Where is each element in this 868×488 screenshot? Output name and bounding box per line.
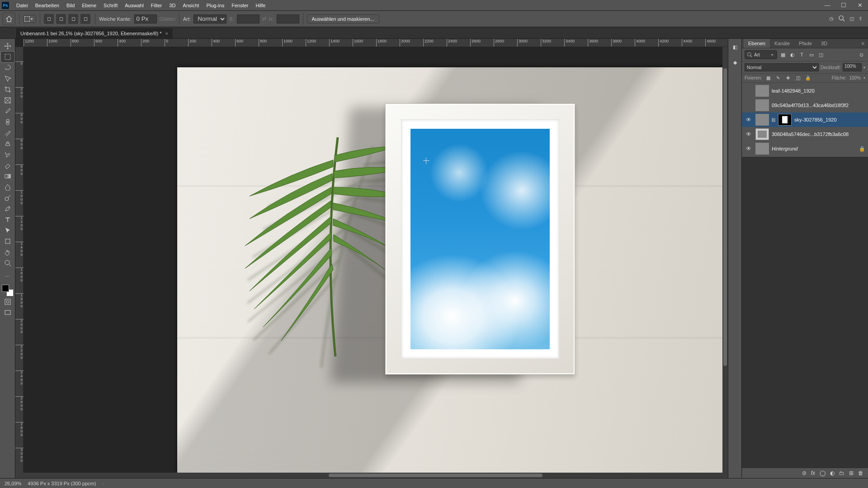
dodge-tool[interactable]	[1, 192, 14, 203]
menu-bearbeiten[interactable]: Bearbeiten	[32, 0, 63, 11]
menu-ebene[interactable]: Ebene	[78, 0, 100, 11]
horizontal-ruler[interactable]: 1200100080060040020002004006008001000120…	[24, 39, 728, 47]
delete-layer-icon[interactable]: 🗑	[858, 470, 863, 476]
close-button[interactable]: ✕	[854, 0, 866, 11]
quick-selection-tool[interactable]	[1, 73, 14, 84]
crop-tool[interactable]	[1, 84, 14, 95]
blur-tool[interactable]	[1, 182, 14, 192]
workspace-switcher-icon[interactable]: ◫	[849, 16, 854, 22]
move-tool[interactable]	[1, 41, 14, 52]
menu-filter[interactable]: Filter	[147, 0, 165, 11]
style-select[interactable]: Normal	[193, 14, 226, 23]
color-panel-icon[interactable]: ◧	[731, 42, 740, 52]
clone-stamp-tool[interactable]	[1, 138, 14, 149]
visibility-toggle[interactable]: 👁	[745, 117, 753, 123]
document-tab[interactable]: Unbenannt-1 bei 26,1% (sky-3027856_1920,…	[15, 28, 173, 38]
selection-subtract-button[interactable]: ◻	[68, 14, 78, 24]
filter-shape-icon[interactable]: ▭	[807, 51, 815, 59]
filter-smart-icon[interactable]: ◫	[817, 51, 825, 59]
shape-tool[interactable]	[1, 236, 14, 247]
type-tool[interactable]	[1, 214, 14, 225]
eyedropper-tool[interactable]	[1, 106, 14, 117]
menu-fenster[interactable]: Fenster	[228, 0, 252, 11]
eraser-tool[interactable]	[1, 160, 14, 171]
filter-pixel-icon[interactable]: ▦	[779, 51, 787, 59]
tool-preset-picker[interactable]: ▾	[23, 15, 36, 23]
layer-filter-input[interactable]	[754, 52, 769, 57]
visibility-toggle[interactable]: 👁	[745, 145, 753, 152]
brush-tool[interactable]	[1, 127, 14, 138]
spot-heal-tool[interactable]	[1, 117, 14, 127]
filter-adjustment-icon[interactable]: ◐	[788, 51, 796, 59]
layer-mask-thumbnail[interactable]	[778, 114, 792, 126]
layer-row[interactable]: 👁Hintergrund🔒	[742, 141, 868, 156]
layer-thumbnail[interactable]	[755, 85, 769, 97]
canvas-vertical-scrollbar[interactable]	[722, 47, 728, 473]
selection-intersect-button[interactable]: ◻	[80, 14, 90, 24]
zoom-tool[interactable]	[1, 258, 14, 268]
select-and-mask-button[interactable]: Auswählen und maskieren...	[307, 14, 379, 23]
lasso-tool[interactable]	[1, 62, 14, 73]
filter-type-icon[interactable]: T	[798, 51, 806, 59]
feather-input[interactable]	[134, 14, 157, 23]
selection-add-button[interactable]: ◻	[56, 14, 66, 24]
tab-channels[interactable]: Kanäle	[770, 39, 794, 48]
edit-toolbar-icon[interactable]: ⋯	[1, 271, 14, 282]
filter-toggle-icon[interactable]: ⊙	[858, 51, 865, 59]
lock-transparent-icon[interactable]: ▩	[764, 75, 772, 80]
menu-3d[interactable]: 3D	[165, 0, 179, 11]
color-swatches[interactable]	[2, 285, 14, 296]
selection-new-button[interactable]: ◻	[44, 14, 54, 24]
cloud-docs-icon[interactable]: ◷	[829, 16, 834, 22]
layer-name[interactable]: leaf-1482948_1920	[772, 88, 815, 94]
layer-name[interactable]: sky-3027856_1920	[794, 117, 837, 122]
layer-fx-icon[interactable]: fx	[811, 470, 815, 476]
frame-tool[interactable]	[1, 95, 14, 106]
search-icon[interactable]	[838, 15, 845, 23]
canvas-horizontal-scrollbar[interactable]	[15, 473, 728, 478]
screen-mode-icon[interactable]	[1, 307, 14, 318]
visibility-toggle[interactable]: 👁	[745, 131, 753, 137]
layer-name[interactable]: 306048a5746dec...b3172fb3a6c08	[772, 131, 849, 137]
layer-row[interactable]: 👁306048a5746dec...b3172fb3a6c08	[742, 127, 868, 141]
layer-row[interactable]: leaf-1482948_1920	[742, 84, 868, 98]
menu-plug-ins[interactable]: Plug-ins	[203, 0, 228, 11]
vertical-ruler[interactable]: 0200400600800100012001400160018002000220…	[15, 47, 24, 478]
new-layer-icon[interactable]: ⊞	[849, 470, 854, 476]
zoom-level[interactable]: 26,09%	[5, 481, 21, 486]
quick-mask-icon[interactable]	[1, 296, 14, 307]
lock-all-icon[interactable]: 🔒	[804, 75, 811, 80]
minimize-button[interactable]: —	[821, 0, 834, 11]
tab-paths[interactable]: Pfade	[794, 39, 816, 48]
layer-thumbnail[interactable]	[755, 143, 769, 155]
layer-name[interactable]: Hintergrund	[772, 146, 797, 151]
new-group-icon[interactable]: 🗀	[839, 470, 844, 476]
properties-panel-icon[interactable]: ◆	[731, 58, 740, 67]
close-tab-icon[interactable]: ×	[165, 31, 168, 36]
canvas[interactable]	[24, 47, 728, 478]
lock-position-icon[interactable]: ✥	[784, 75, 792, 80]
status-chevron-icon[interactable]: ›	[102, 481, 104, 486]
gradient-tool[interactable]	[1, 171, 14, 182]
hand-tool[interactable]	[1, 247, 14, 258]
layer-row[interactable]: 09c540a4f70d13...43ca46bd18f3f2	[742, 98, 868, 113]
link-layers-icon[interactable]: ⊘	[802, 470, 807, 476]
tab-layers[interactable]: Ebenen	[744, 39, 770, 48]
new-adjustment-icon[interactable]: ◐	[830, 470, 835, 476]
maximize-button[interactable]: ☐	[837, 0, 850, 11]
layer-thumbnail[interactable]	[755, 99, 769, 111]
menu-ansicht[interactable]: Ansicht	[179, 0, 203, 11]
path-selection-tool[interactable]	[1, 225, 14, 236]
layer-thumbnail[interactable]	[755, 128, 769, 140]
share-icon[interactable]: ⇪	[859, 16, 863, 22]
link-mask-icon[interactable]: ⛓	[772, 117, 775, 122]
layer-name[interactable]: 09c540a4f70d13...43ca46bd18f3f2	[772, 103, 849, 108]
blend-mode-select[interactable]: Normal	[745, 63, 819, 71]
lock-pixels-icon[interactable]: ✎	[774, 75, 782, 80]
menu-auswahl[interactable]: Auswahl	[121, 0, 147, 11]
document-canvas[interactable]	[177, 67, 728, 478]
layer-row[interactable]: 👁⛓sky-3027856_1920	[742, 113, 868, 127]
document-info[interactable]: 4936 Px x 3319 Px (300 ppcm)	[28, 481, 96, 486]
pen-tool[interactable]	[1, 203, 14, 214]
layer-filter-dropdown[interactable]: ▾	[745, 50, 777, 59]
